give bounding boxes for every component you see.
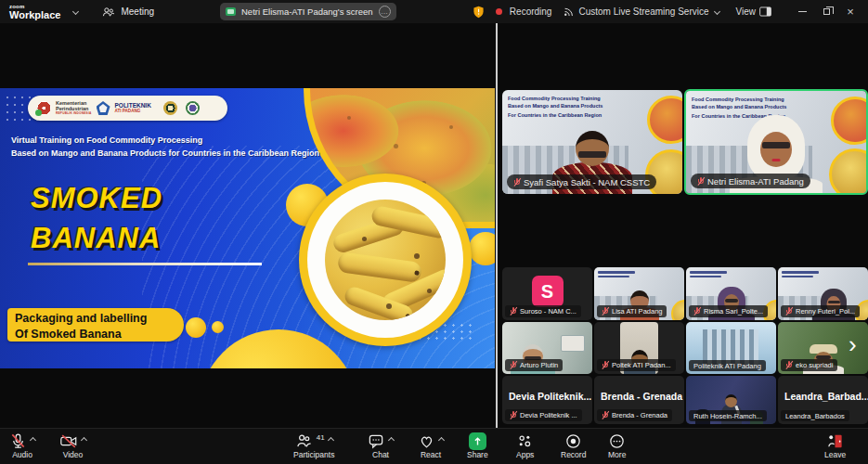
view-button[interactable]: View [736,6,772,17]
video-tile-poltek[interactable]: Poltek ATI Padan... [594,322,684,374]
participants-button[interactable]: 41 Participants [293,432,334,459]
yellow-circle-decoration [469,232,495,265]
share-button[interactable]: Share [467,432,488,459]
slide-header-line1: Virtual Training on Food Commodity Proce… [11,135,319,148]
video-tile-brenda[interactable]: Brenda - Grenada Brenda - Grenada [594,376,684,424]
video-tile-syafi[interactable]: Food Commodity Processing Training Based… [502,90,682,194]
yellow-circle-decoration [186,317,206,338]
recording-indicator: Recording [496,6,552,17]
leave-button[interactable]: Leave [824,432,846,459]
video-tile-renny[interactable]: Renny Futeri_Pol... [778,267,868,320]
react-options-chevron[interactable] [438,437,445,444]
slide-title-line2: BANANA [31,219,162,259]
participant-name-label: Netri Elisma-ATI Padang [691,174,810,188]
share-screen-icon [469,432,486,450]
participant-display-name: Leandra_Barbad... [778,391,868,402]
video-tile-ruth[interactable]: Ruth Hosein-Ramch... [686,376,776,424]
participant-name-label: Arturo Plutin [505,359,563,371]
record-label: Record [561,450,586,459]
mic-muted-icon [510,307,517,316]
mic-muted-icon [510,411,517,420]
video-tile-leandra[interactable]: Leandra_Barbad... Leandra_Barbados [778,376,868,424]
politeknik-logo [97,101,110,115]
slide-subtitle-line1: Packaging and labelling [15,311,184,327]
mic-muted-icon [785,361,793,370]
chat-button[interactable]: Chat [368,432,394,459]
audio-label: Audio [12,450,32,459]
participant-name-label: Politeknik ATI Padang [689,360,766,371]
kemenperin-logo-text: Kementerian Perindustrian REPUBLIK INDON… [56,101,92,115]
video-tile-risma[interactable]: Risma Sari_Polte... [686,267,776,320]
participant-name-label: Poltek ATI Padan... [597,359,676,371]
mic-muted-icon [602,361,609,370]
video-tile-devia[interactable]: Devia Politeknik... Devia Politeknik ... [502,376,592,424]
record-button[interactable]: Record [561,432,586,459]
participants-icon [295,432,313,450]
video-tile-suroso[interactable]: S Suroso - NAM C... [502,267,592,320]
mango-circle-decoration [831,97,868,145]
workspace-chevron-down-icon[interactable] [72,8,79,15]
mic-muted-icon [785,307,793,316]
chat-icon [368,432,385,450]
share-label: Share [467,450,488,459]
participant-name-label: Risma Sari_Polte... [689,305,768,317]
slide-header: Virtual Training on Food Commodity Proce… [11,135,319,160]
security-shield-icon[interactable] [473,6,485,19]
meeting-tab-label: Meeting [121,6,154,17]
chat-options-chevron[interactable] [388,437,395,444]
mic-muted-icon [602,307,609,316]
minimize-button[interactable] [790,0,814,23]
video-button[interactable]: Video [59,432,86,459]
slide-logo-banner: Kementerian Perindustrian REPUBLIK INDON… [28,96,227,121]
video-tile-lisa[interactable]: Lisa ATI Padang [594,267,684,320]
logo-top-text: zoom [9,4,60,9]
react-button[interactable]: React [418,432,444,459]
recording-dot-icon [496,8,502,15]
virtual-bg-caption: Food Commodity Processing Training Based… [508,95,602,120]
restore-button[interactable] [814,0,838,23]
close-button[interactable]: × [838,0,862,23]
heart-react-icon [418,432,435,450]
mango-circle-decoration [647,96,682,144]
leave-label: Leave [824,450,846,459]
live-streaming-control[interactable]: Custom Live Streaming Service [563,6,719,18]
participant-name-label: Devia Politeknik ... [505,409,582,421]
audio-button[interactable]: Audio [9,432,35,459]
participant-display-name: Brenda - Grenada [594,391,684,402]
politeknik-logo-text: POLITEKNIK ATI PADANG [115,103,151,114]
video-tile-politeknik-building[interactable]: Politeknik ATI Padang [686,322,776,374]
slide-header-line2: Based on Mango and Banana Products for C… [11,148,319,161]
video-options-chevron[interactable] [81,437,87,444]
screen-share-icon [226,7,236,16]
banana-circle-decoration [671,300,684,320]
participant-name-label: Syafi Satya Sakti - NAM CSSTC [507,174,656,189]
shared-screen-options-icon[interactable]: … [379,6,391,18]
tab-meeting[interactable]: Meeting [102,6,154,18]
chat-label: Chat [372,450,389,459]
kemenperin-logo [37,101,51,115]
shared-screen-pill[interactable]: Netri Elisma-ATI Padang's screen … [220,3,396,20]
screen-gallery-divider[interactable] [496,23,498,428]
green-emblem-logo [186,101,200,115]
apps-button[interactable]: Apps [516,432,534,459]
more-button[interactable]: More [608,432,626,459]
recording-label: Recording [510,6,552,17]
audio-options-chevron[interactable] [30,437,36,444]
participant-name-label: Suroso - NAM C... [505,305,581,317]
participants-label: Participants [293,450,334,459]
shared-screen-slide: Kementerian Perindustrian REPUBLIK INDON… [0,88,495,368]
participants-options-chevron[interactable] [328,437,334,444]
view-label: View [736,6,757,17]
banana-photo-circle [299,174,472,346]
titlebar-right: Recording Custom Live Streaming Service … [473,0,868,23]
react-label: React [421,450,441,459]
video-tile-netri-active-speaker[interactable]: Food Commodity Processing Training Based… [684,89,868,195]
zoom-meeting-window: zoom Workplace Meeting Netri Elisma-ATI … [0,0,868,464]
gallery-next-page-button[interactable]: › [849,332,857,356]
mic-muted-icon [9,432,27,450]
shared-screen-label: Netri Elisma-ATI Padang's screen [241,6,373,17]
record-icon [564,432,582,450]
mic-muted-icon [602,411,609,420]
video-tile-arturo[interactable]: Arturo Plutin [502,322,592,374]
banana-circle-decoration [829,148,868,195]
